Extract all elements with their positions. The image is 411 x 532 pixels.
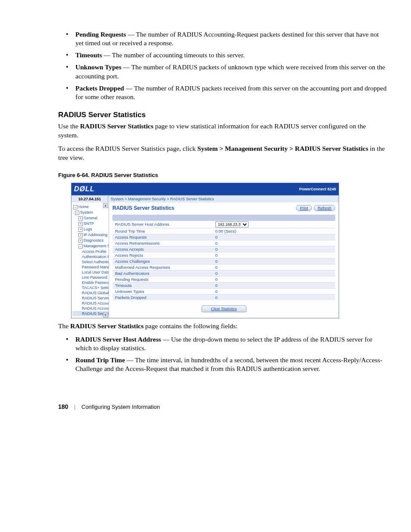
breadcrumb-segment[interactable]: System <box>111 197 124 201</box>
stat-label: Access Rejects <box>112 252 213 258</box>
tree-item[interactable]: Enable Password <box>72 280 109 285</box>
bullet-item: Packets Dropped — The number of RADIUS p… <box>75 84 387 101</box>
tree-item[interactable]: –System <box>72 210 109 215</box>
expand-icon[interactable]: + <box>78 227 83 232</box>
scroll-down-icon[interactable]: ▾ <box>103 312 108 317</box>
clear-statistics-button[interactable]: Clear Statistics <box>202 305 246 312</box>
table-row: RADIUS Server Host Address192.168.23.3 <box>112 221 335 228</box>
bullet-item: RADIUS Server Host Address — Use the dro… <box>75 335 387 352</box>
table-row: Malformed Access Responses0 <box>112 264 335 270</box>
tree-item[interactable]: TACACS+ Settin <box>72 285 109 290</box>
table-row: Round Trip Time0.00 (Secs) <box>112 228 335 234</box>
text-bold: RADIUS Server Statistics <box>70 322 143 330</box>
figure-caption: Figure 6-64. RADIUS Server Statistics <box>58 172 387 178</box>
tree-item-label: Logs <box>84 227 92 231</box>
tree-item[interactable]: Authentication P <box>72 254 109 259</box>
embedded-screenshot: DØLL PowerConnect 6248 10.27.64.151 Syst… <box>71 183 339 318</box>
tree-item[interactable]: Access Profile <box>72 249 109 254</box>
tree-item[interactable]: +General <box>72 215 109 221</box>
tree-item[interactable]: +SNTP <box>72 221 109 227</box>
host-address-select[interactable]: 192.168.23.3 <box>215 221 249 227</box>
expand-icon[interactable]: + <box>78 233 83 237</box>
breadcrumb-segment[interactable]: Management Security <box>128 197 166 201</box>
tree-item-label: Diagnostics <box>84 238 104 243</box>
tree-item-label: RADIUS Accoun <box>82 306 109 311</box>
stat-label: Access Requests <box>112 234 213 240</box>
page-number: 180 <box>58 403 68 410</box>
print-button[interactable]: Print <box>296 205 312 211</box>
scroll-up-icon[interactable]: ▴ <box>103 203 108 208</box>
stat-label: Access Accepts <box>112 246 213 252</box>
tree-item-label: Enable Password <box>82 280 109 285</box>
tree-item-label: RADIUS Global C <box>82 291 109 295</box>
tree-item-label: Access Profile <box>82 249 106 254</box>
tree-item[interactable]: RADIUS Accoun <box>72 301 109 306</box>
stat-value: 0 <box>213 276 335 282</box>
expand-icon[interactable]: + <box>78 222 83 226</box>
tree-item-label: Local User Datab <box>82 270 109 274</box>
tree-item[interactable]: –Management Securi <box>72 243 109 249</box>
refresh-button[interactable]: Refresh <box>314 205 335 211</box>
tree-item[interactable]: +Logs <box>72 227 109 232</box>
tree-item[interactable]: +IP Addressing <box>72 232 109 238</box>
collapse-icon[interactable]: – <box>73 205 78 209</box>
content-panel: RADIUS Server Statistics Print Refresh R… <box>109 202 339 318</box>
table-row: Access Challenges0 <box>112 258 335 264</box>
tree-item-label: Home <box>78 205 89 209</box>
breadcrumb-segment[interactable]: RADIUS Server Statistics <box>170 197 214 201</box>
expand-icon[interactable]: + <box>78 216 83 221</box>
tree-item[interactable]: Local User Datab <box>72 270 109 275</box>
collapse-icon[interactable]: – <box>75 211 79 215</box>
bullet-item: Unknown Types — The number of RADIUS pac… <box>75 63 387 80</box>
top-bullet-list: Pending Requests — The number of RADIUS … <box>58 30 387 101</box>
table-row: Access Rejects0 <box>112 252 335 258</box>
bullet-term: Timeouts <box>75 51 102 59</box>
intro-paragraph-2: To access the RADIUS Server Statistics p… <box>58 144 387 162</box>
stat-value: 0 <box>213 282 335 288</box>
stat-value: 0 <box>213 246 335 252</box>
expand-icon[interactable]: + <box>78 239 83 243</box>
bullet-term: Packets Dropped <box>75 84 124 92</box>
stat-label: Bad Authenticators <box>112 270 213 276</box>
tree-item-label: System <box>80 210 93 215</box>
tree-item-label: RADIUS Accoun <box>82 301 109 305</box>
table-row: Access Requests0 <box>112 234 335 240</box>
bullet-desc: — The number of accounting timeouts to t… <box>102 51 245 59</box>
stat-value: 0 <box>213 258 335 264</box>
breadcrumb-bar: 10.27.64.151 System > Management Securit… <box>72 195 339 202</box>
tree-item[interactable]: RADIUS Global C <box>72 290 109 296</box>
page-title: RADIUS Server Statistics <box>112 205 174 211</box>
bullet-term: Unknown Types <box>75 63 121 71</box>
tree-item[interactable]: RADIUS Accoun <box>72 306 109 311</box>
stat-value[interactable]: 192.168.23.3 <box>213 221 335 228</box>
tree-item[interactable]: Select Authentic <box>72 259 109 264</box>
device-ip: 10.27.64.151 <box>72 196 108 202</box>
stat-value: 0.00 (Secs) <box>213 228 335 234</box>
statistics-table: RADIUS Server Host Address192.168.23.3Ro… <box>112 215 335 301</box>
tree-item[interactable]: +Diagnostics <box>72 238 109 243</box>
text: Use the <box>58 122 80 130</box>
tree-item[interactable]: Password Manag <box>72 264 109 270</box>
bullet-term: RADIUS Server Host Address <box>75 336 161 343</box>
breadcrumb-separator: > <box>166 197 170 201</box>
outro-paragraph: The RADIUS Server Statistics page contai… <box>58 322 387 331</box>
bullet-item: Pending Requests — The number of RADIUS … <box>75 30 387 47</box>
product-name: PowerConnect 6248 <box>299 187 336 191</box>
tree-item-label: Line Password <box>82 275 107 280</box>
tree-item[interactable]: RADIUS Server C <box>72 296 109 301</box>
tree-item-label: IP Addressing <box>84 233 107 237</box>
stat-label: RADIUS Server Host Address <box>112 221 213 228</box>
dell-logo: DØLL <box>74 185 95 193</box>
page-footer: 180 | Configuring System Information <box>58 403 387 410</box>
tree-item-label: TACACS+ Settin <box>82 286 109 290</box>
text: page contains the following fields: <box>143 322 237 330</box>
tree-item-label: Management Securi <box>84 244 109 248</box>
bullet-item: Round Trip Time — The time interval, in … <box>75 356 387 373</box>
tree-item[interactable]: Line Password <box>72 275 109 280</box>
stat-value: 0 <box>213 270 335 276</box>
bullet-term: Pending Requests <box>75 31 126 38</box>
text-bold: System > Management Security > RADIUS Se… <box>197 145 368 152</box>
intro-paragraph-1: Use the RADIUS Server Statistics page to… <box>58 122 387 140</box>
collapse-icon[interactable]: – <box>78 244 83 249</box>
stat-value: 0 <box>213 252 335 258</box>
